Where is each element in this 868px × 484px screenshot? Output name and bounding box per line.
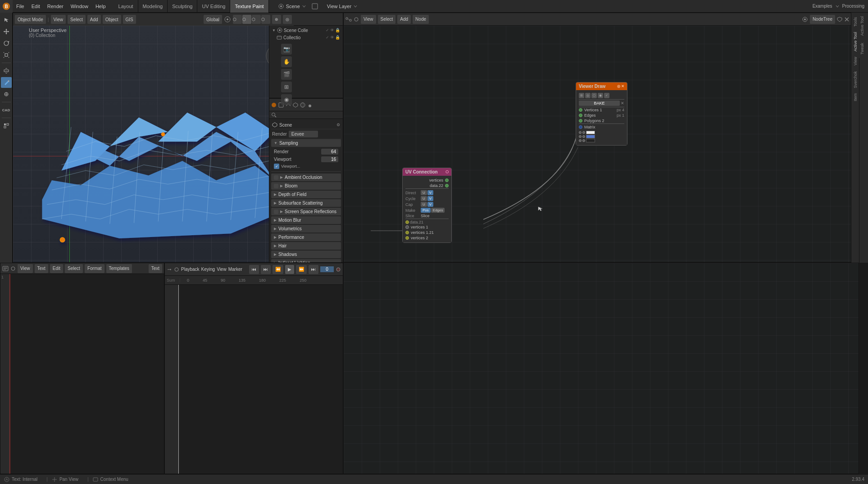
uv-edges-btn[interactable]: Edges <box>431 208 445 213</box>
hand-icon[interactable]: ✋ <box>281 56 292 67</box>
ssr-header[interactable]: ▶ Screen Space Reflections <box>271 208 341 215</box>
play-btn[interactable]: ▶ <box>285 265 294 274</box>
camera2-icon[interactable]: 🎬 <box>281 69 292 80</box>
tools-tab[interactable]: Tools <box>853 14 858 29</box>
viewport-denoising-check[interactable]: ✓ <box>274 164 279 169</box>
tab-layout[interactable]: Layout <box>114 0 138 13</box>
swatch-dark[interactable] <box>586 139 595 142</box>
viewport-object-btn[interactable]: Object <box>103 15 121 24</box>
node-view-btn[interactable]: View <box>361 15 376 24</box>
prev-frame-btn[interactable]: ⏭ <box>261 265 271 274</box>
volumetrics-header[interactable]: ▶ Volumetrics <box>271 225 341 233</box>
node-add-btn[interactable]: Add <box>397 15 411 24</box>
view-tab[interactable]: View <box>853 54 858 68</box>
text-templates-btn[interactable]: Templates <box>106 264 132 273</box>
frame-current-input[interactable] <box>320 266 334 272</box>
tool-cad[interactable]: CAD <box>1 105 12 115</box>
play-fwd-btn[interactable]: ⏩ <box>296 265 307 274</box>
skip-start-btn[interactable]: ⏮ <box>249 265 259 274</box>
shading-wire-btn[interactable]: ⬡ <box>233 15 242 24</box>
bloom-toggle[interactable] <box>274 184 278 188</box>
timeline-content[interactable] <box>165 285 343 474</box>
viewport-gis-btn[interactable]: GIS <box>123 15 136 24</box>
viewport-view-btn[interactable]: View <box>51 15 66 24</box>
motion-blur-header[interactable]: ▶ Motion Blur <box>271 216 341 224</box>
tool-annotate[interactable] <box>1 89 12 100</box>
nodetree-btn[interactable]: NodeTree <box>810 15 835 24</box>
skip-end-btn[interactable]: ⏭ <box>309 265 318 274</box>
uv-cycle-v[interactable]: V <box>427 196 433 201</box>
viewport-select-btn[interactable]: Select <box>68 15 86 24</box>
tool-scale[interactable] <box>1 50 12 60</box>
tab-sculpting[interactable]: Sculpting <box>168 0 197 13</box>
grid-icon[interactable]: ⊞ <box>281 82 292 92</box>
shading-material-btn[interactable]: ⬡ <box>252 15 261 24</box>
active-tool-label[interactable]: Active Tool <box>859 13 865 39</box>
item-tab[interactable]: Item <box>853 91 858 104</box>
text-type-btn[interactable]: Text <box>149 264 162 273</box>
text-select-btn[interactable]: Select <box>65 264 83 273</box>
vd-icon1[interactable]: ⊞ <box>579 93 584 98</box>
sss-header[interactable]: ▶ Subsurface Scattering <box>271 199 341 207</box>
overlay-icon[interactable]: ◉ <box>281 94 292 105</box>
vd-icon5[interactable]: ✓ <box>604 93 609 98</box>
text-view-btn[interactable]: View <box>18 264 33 273</box>
tool-transform[interactable] <box>1 65 12 76</box>
render-engine-dropdown[interactable]: Eevee <box>289 131 318 137</box>
tab-texturepaint[interactable]: Texture Paint <box>230 0 268 13</box>
tool-select[interactable] <box>1 14 12 25</box>
menu-file[interactable]: File <box>13 0 28 13</box>
node-close-icon[interactable] <box>844 17 850 22</box>
uv-cycle-u[interactable]: U <box>421 196 427 201</box>
menu-edit[interactable]: Edit <box>28 0 44 13</box>
tool-move[interactable] <box>1 26 12 37</box>
uv-v-btn[interactable]: V <box>427 190 433 195</box>
tool-rotate[interactable] <box>1 38 12 49</box>
viewport-global-btn[interactable]: Global <box>204 15 222 24</box>
hair-header[interactable]: ▶ Hair <box>271 242 341 250</box>
uv-u-btn[interactable]: U <box>421 190 427 195</box>
dof-header[interactable]: ▶ Depth of Field <box>271 191 341 198</box>
camera-icon[interactable]: 📷 <box>281 44 292 55</box>
indirect-lighting-header[interactable]: ▶ Indirect Lighting <box>271 259 341 263</box>
uv-pos-btn[interactable]: Pos <box>421 208 431 213</box>
scene-collection-item[interactable]: ▼ Scene Colle ✓ 👁 🔒 <box>270 27 342 34</box>
performance-header[interactable]: ▶ Performance <box>271 233 341 241</box>
tweak-label[interactable]: Tweak <box>859 39 865 58</box>
menu-render[interactable]: Render <box>44 0 67 13</box>
text-edit-btn[interactable]: Edit <box>50 264 63 273</box>
viewport-canvas[interactable]: X Y Z 📷 ✋ 🎬 ⊞ ◉ <box>13 26 294 262</box>
tab-modeling[interactable]: Modeling <box>138 0 168 13</box>
tool-extra[interactable] <box>1 120 12 131</box>
shading-solid-btn[interactable]: ⬡ <box>242 15 251 24</box>
uv-connection-node[interactable]: UV Connection ⬡ vertices data.22 Direct <box>402 168 452 243</box>
text-format-btn[interactable]: Format <box>85 264 105 273</box>
tool-draw[interactable] <box>1 77 12 88</box>
active-tool-tab[interactable]: Active Tool <box>853 29 858 54</box>
viewport-add-btn[interactable]: Add <box>87 15 101 24</box>
node-select-btn[interactable]: Select <box>378 15 396 24</box>
gizmo-btn[interactable]: ◎ <box>283 15 292 24</box>
menu-window[interactable]: Window <box>67 0 92 13</box>
overlay-btn[interactable]: ⊛ <box>272 15 281 24</box>
ambient-occlusion-header[interactable]: ▶ Ambient Occlusion <box>271 174 341 181</box>
bake-close[interactable]: ✕ <box>621 101 624 105</box>
render-samples-input[interactable] <box>321 149 338 155</box>
menu-help[interactable]: Help <box>92 0 109 13</box>
tab-uvediting[interactable]: UV Editing <box>197 0 230 13</box>
uv-cap-v[interactable]: V <box>427 202 433 207</box>
shading-render-btn[interactable]: ⬡ <box>261 15 270 24</box>
node-node-btn[interactable]: Node <box>413 15 429 24</box>
viewport-mode-btn[interactable]: Object Mode <box>15 15 46 24</box>
viewport-samples-input[interactable] <box>321 156 338 162</box>
vd-icon2[interactable]: ◎ <box>585 93 591 98</box>
timeline-record-icon[interactable] <box>336 267 341 272</box>
node-canvas[interactable]: Viewer Draw ◎ ✕ ⊞ ◎ ⬡ ◉ ✓ BAKE ✕ <box>344 26 859 262</box>
bloom-header[interactable]: ▶ Bloom <box>271 182 341 190</box>
vd-icon3[interactable]: ⬡ <box>591 93 597 98</box>
shadows-header[interactable]: ▶ Shadows <box>271 251 341 258</box>
ao-toggle[interactable] <box>274 175 278 180</box>
bake-btn[interactable]: BAKE <box>579 100 620 106</box>
sverchok-tab[interactable]: Sverchok <box>853 68 858 91</box>
collection-item[interactable]: Collectio ✓ 👁 🔒 <box>270 34 342 41</box>
